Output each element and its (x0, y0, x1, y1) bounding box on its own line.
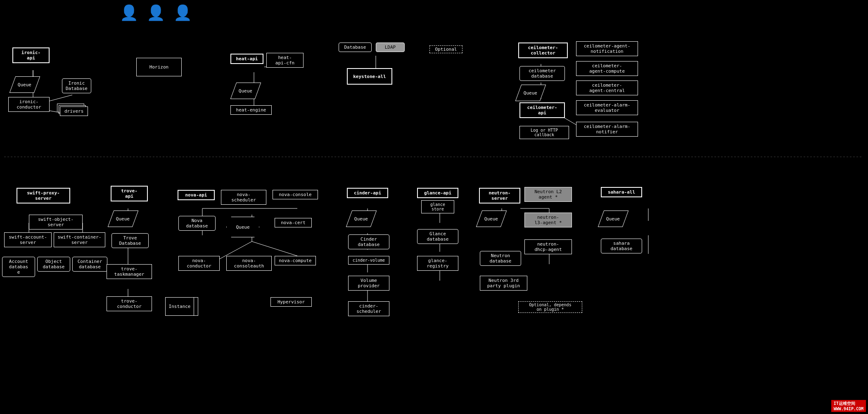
swift-account-server-label: swift-account-server (9, 234, 47, 245)
instance-node: Instance (165, 297, 194, 316)
cinder-database-node: Cinderdatabase (348, 234, 389, 249)
container-database-label: Containerdatabase (78, 259, 102, 270)
swift-proxy-server-node: swift-proxy-server (17, 188, 70, 203)
architecture-diagram: 👤 👤 👤 ironic-api Queue IronicDatabase ir… (0, 0, 868, 414)
instance-label: Instance (169, 304, 191, 309)
cinder-volume-label: cinder-volume (353, 258, 385, 263)
glance-database-label: Glancedatabase (427, 231, 449, 242)
svg-line-24 (252, 241, 297, 256)
sahara-all-label: sahara-all (608, 189, 635, 195)
container-database-node: Containerdatabase (72, 257, 107, 272)
cinder-api-node: cinder-api (347, 188, 388, 198)
glance-api-node: glance-api (417, 188, 458, 198)
cinder-volume-node: cinder-volume (348, 256, 389, 265)
neutron-dhcp-agent-label: neutron-dhcp-agent (534, 241, 562, 252)
neutron-3rd-party-node: Neutron 3rdparty plugin (480, 276, 527, 291)
keystone-database-label: Database (344, 45, 366, 50)
neutron-l3-agent-label: neutron-l3-agent * (534, 215, 562, 225)
nova-compute-label: nova-compute (279, 258, 311, 263)
ironic-api-node: ironic-api (12, 47, 50, 63)
account-database-label: Accountdatabase (9, 259, 28, 275)
cinder-scheduler-node: cinder-scheduler (348, 301, 389, 316)
user-icon-1: 👤 (120, 4, 138, 21)
ceilometer-agent-notification-label: ceilometer-agent-notification (584, 43, 631, 54)
ironic-conductor-label: ironic-conductor (17, 99, 41, 110)
keystone-ldap-label: LDAP (385, 45, 396, 50)
users-group: 👤 👤 👤 (120, 4, 192, 21)
optional-depends-node: Optional, dependson plugin * (518, 301, 582, 313)
trove-database-node: TroveDatabase (111, 233, 149, 248)
ironic-database-node: IronicDatabase (62, 78, 91, 93)
ceilometer-agent-central-label: ceilometer-agent-central (589, 83, 625, 93)
swift-account-server-node: swift-account-server (4, 232, 52, 247)
swift-object-server-label: swift-object-server (38, 217, 74, 227)
ceilometer-agent-compute-node: ceilometer-agent-compute (576, 61, 638, 76)
nova-conductor-label: nova-conductor (187, 258, 211, 269)
nova-conductor-node: nova-conductor (178, 256, 220, 271)
heat-api-cfn-node: heat-api-cfn (266, 53, 304, 68)
ceilometer-agent-notification-node: ceilometer-agent-notification (576, 41, 638, 56)
log-callback-node: Log or HTTPcallback (519, 126, 569, 139)
ironic-database-label: IronicDatabase (66, 80, 88, 91)
nova-database-label: Novadatabase (186, 218, 208, 229)
volume-provider-label: Volumeprovider (358, 278, 380, 289)
drivers-node: drivers (60, 106, 88, 116)
ceilometer-database-node: ceilometerdatabase (519, 66, 565, 81)
nova-queue-node: Queue (226, 217, 259, 237)
ceilometer-database-label: ceilometerdatabase (529, 68, 556, 79)
glance-registry-label: glance-registry (427, 258, 449, 269)
nova-cert-label: nova-cert (281, 220, 306, 225)
swift-proxy-server-label: swift-proxy-server (27, 190, 59, 201)
log-callback-label: Log or HTTPcallback (531, 128, 558, 137)
glance-registry-node: glance-registry (417, 256, 458, 271)
sahara-database-label: saharadatabase (611, 241, 633, 251)
keystone-all-node: keystone-all (347, 68, 392, 85)
optional-label-node: Optional (429, 45, 462, 53)
trove-taskmanager-node: trove-taskmanager (107, 264, 152, 279)
sahara-queue-node: Queue (601, 211, 626, 227)
trove-api-label: trove-api (121, 188, 138, 199)
ironic-conductor-node: ironic-conductor (8, 97, 50, 112)
swift-object-server-node: swift-object-server (29, 215, 83, 229)
watermark-text: IT运维空间WWW.94IP.COM (834, 401, 863, 411)
ironic-queue-label: Queue (18, 82, 31, 88)
ceilometer-collector-label: ceilometer-collector (528, 45, 558, 56)
object-database-label: Objectdatabase (43, 259, 65, 270)
optional-depends-label: Optional, dependson plugin * (529, 303, 571, 312)
horizon-node: Horizon (136, 58, 182, 76)
nova-console-label: nova-console (279, 192, 311, 197)
ceilometer-collector-node: ceilometer-collector (518, 43, 568, 58)
keystone-all-label: keystone-all (353, 74, 386, 79)
ceilometer-alarm-notifier-label: ceilometer-alarm-notifier (584, 124, 631, 135)
swift-container-server-label: swift-container-server (58, 234, 102, 245)
horizon-label: Horizon (149, 64, 168, 70)
ceilometer-api-node: ceilometer-api (519, 102, 565, 118)
keystone-database-node: Database (339, 43, 372, 52)
guest-instance-group: Guestagent Instance (165, 297, 198, 316)
heat-api-node: heat-api (230, 54, 263, 64)
nova-scheduler-node: nova-scheduler (221, 190, 266, 205)
drivers-label: drivers (64, 109, 83, 114)
hypervisor-node: Hypervisor (270, 297, 312, 307)
trove-api-node: trove-api (111, 186, 148, 201)
cinder-database-label: Cinderdatabase (358, 237, 380, 247)
optional-label: Optional (435, 47, 457, 52)
nova-api-label: nova-api (185, 192, 207, 198)
nova-api-node: nova-api (178, 190, 215, 200)
sahara-database-node: saharadatabase (601, 239, 642, 253)
keystone-ldap-node: LDAP (376, 43, 405, 52)
nova-compute-node: nova-compute (275, 256, 316, 265)
neutron-server-node: neutron-server (479, 188, 520, 203)
neutron-queue-node: Queue (479, 211, 504, 227)
glance-database-node: Glancedatabase (417, 229, 458, 244)
neutron-database-label: Neutrondatabase (490, 253, 512, 264)
neutron-queue-label: Queue (484, 216, 498, 222)
neutron-database-node: Neutrondatabase (480, 251, 521, 266)
ceilometer-alarm-evaluator-node: ceilometer-alarm-evaluator (576, 100, 638, 115)
ceilometer-queue-node: Queue (518, 85, 543, 101)
nova-console-node: nova-console (273, 190, 318, 199)
ceilometer-queue-label: Queue (524, 90, 537, 96)
user-icon-2: 👤 (147, 4, 165, 21)
sahara-queue-label: Queue (606, 216, 620, 222)
hypervisor-label: Hypervisor (277, 299, 305, 305)
